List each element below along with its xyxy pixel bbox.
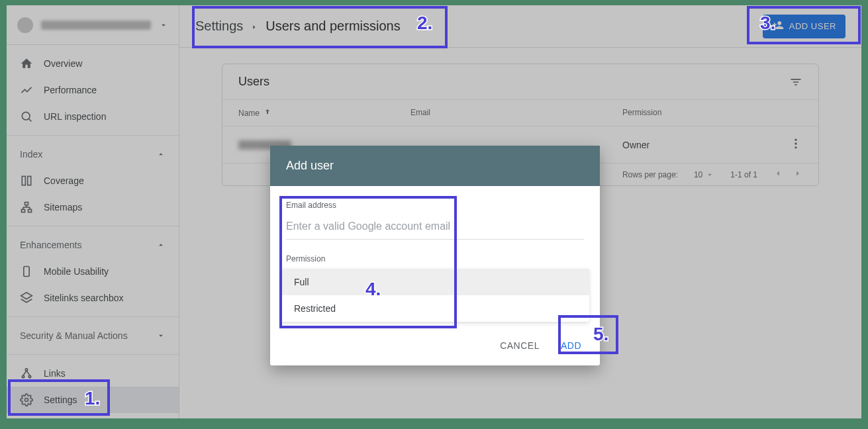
svg-line-16 bbox=[23, 371, 26, 376]
add-user-button[interactable]: ADD USER bbox=[763, 15, 845, 38]
chevron-up-icon bbox=[156, 240, 166, 250]
links-icon bbox=[20, 367, 33, 380]
rows-per-page-label: Rows per page: bbox=[622, 170, 678, 179]
sort-asc-icon bbox=[264, 108, 271, 118]
sidebar-item-label: Performance bbox=[44, 85, 97, 95]
page-range: 1-1 of 1 bbox=[730, 170, 757, 179]
sidebar-item-settings[interactable]: Settings bbox=[7, 387, 179, 413]
next-page-icon[interactable] bbox=[793, 169, 802, 180]
svg-point-14 bbox=[22, 375, 24, 377]
home-icon bbox=[20, 57, 33, 70]
svg-line-1 bbox=[29, 119, 32, 122]
svg-point-21 bbox=[795, 146, 796, 148]
sidebar-item-label: Sitelinks searchbox bbox=[44, 293, 124, 303]
permission-dropdown: Full Restricted bbox=[281, 269, 589, 322]
sidebar-group-enhancements[interactable]: Enhancements bbox=[7, 232, 179, 258]
sidebar-item-sitelinks-searchbox[interactable]: Sitelinks searchbox bbox=[7, 285, 179, 311]
chevron-down-icon bbox=[156, 331, 166, 340]
gear-icon bbox=[20, 393, 33, 406]
svg-line-17 bbox=[26, 371, 30, 376]
more-vert-icon[interactable] bbox=[789, 137, 802, 152]
breadcrumb-item-settings[interactable]: Settings bbox=[195, 19, 243, 34]
sidebar-item-coverage[interactable]: Coverage bbox=[7, 167, 179, 194]
chevron-down-icon bbox=[159, 21, 168, 30]
svg-rect-6 bbox=[28, 209, 32, 212]
sidebar-item-label: Sitemaps bbox=[44, 202, 82, 213]
mobile-icon bbox=[20, 265, 33, 278]
column-header-email[interactable]: Email bbox=[410, 108, 430, 117]
prev-page-icon[interactable] bbox=[773, 169, 783, 180]
sidebar-item-links[interactable]: Links bbox=[7, 360, 179, 387]
add-user-label: ADD USER bbox=[789, 21, 836, 31]
sidebar-item-sitemaps[interactable]: Sitemaps bbox=[7, 194, 179, 220]
sitelinks-icon bbox=[20, 291, 33, 305]
svg-rect-11 bbox=[24, 267, 29, 277]
sidebar-item-performance[interactable]: Performance bbox=[7, 77, 179, 103]
sidebar-group-title: Enhancements bbox=[20, 240, 81, 250]
user-permission: Owner bbox=[622, 140, 650, 150]
person-add-icon bbox=[772, 19, 784, 33]
permission-option-full[interactable]: Full bbox=[281, 269, 589, 295]
sidebar-item-label: Overview bbox=[44, 58, 82, 69]
sidebar-item-label: Coverage bbox=[44, 175, 84, 186]
sidebar-group-security[interactable]: Security & Manual Actions bbox=[7, 322, 179, 349]
coverage-icon bbox=[20, 174, 33, 187]
sidebar-group-title: Security & Manual Actions bbox=[20, 330, 128, 341]
svg-marker-12 bbox=[21, 293, 32, 299]
svg-point-19 bbox=[795, 139, 796, 141]
sidebar-group-title: Index bbox=[20, 149, 42, 160]
property-name-blurred bbox=[41, 21, 151, 30]
filter-icon[interactable] bbox=[789, 75, 802, 89]
svg-point-15 bbox=[28, 375, 30, 377]
add-user-dialog: Add user Email address Permission Full R… bbox=[270, 146, 600, 365]
sidebar-group-index[interactable]: Index bbox=[7, 141, 179, 167]
column-header-permission[interactable]: Permission bbox=[622, 108, 661, 117]
sidebar-item-label: Mobile Usability bbox=[44, 266, 109, 277]
breadcrumb-item-users-permissions: Users and permissions bbox=[265, 19, 400, 34]
svg-rect-3 bbox=[28, 176, 31, 185]
svg-point-18 bbox=[25, 399, 28, 402]
add-button[interactable]: ADD bbox=[558, 336, 584, 355]
svg-rect-2 bbox=[22, 176, 25, 185]
rpp-value: 10 bbox=[694, 170, 702, 179]
permission-option-restricted[interactable]: Restricted bbox=[281, 295, 589, 322]
column-header-name[interactable]: Name bbox=[238, 109, 260, 118]
chevron-right-icon bbox=[251, 19, 258, 34]
property-selector[interactable] bbox=[7, 5, 179, 45]
sidebar-item-url-inspection[interactable]: URL inspection bbox=[7, 103, 179, 130]
svg-point-0 bbox=[22, 112, 30, 120]
cancel-button[interactable]: CANCEL bbox=[497, 336, 542, 355]
sidebar-item-label: Links bbox=[44, 368, 66, 379]
sidebar-item-overview[interactable]: Overview bbox=[7, 50, 179, 77]
sitemap-icon bbox=[20, 201, 33, 214]
sidebar-item-mobile-usability[interactable]: Mobile Usability bbox=[7, 258, 179, 285]
email-input[interactable] bbox=[286, 215, 584, 240]
property-avatar bbox=[17, 17, 33, 33]
svg-rect-4 bbox=[25, 203, 28, 205]
search-icon bbox=[20, 110, 33, 123]
dialog-title: Add user bbox=[270, 146, 600, 186]
svg-rect-5 bbox=[22, 209, 25, 212]
breadcrumb: Settings Users and permissions bbox=[195, 19, 401, 34]
rows-per-page-select[interactable]: 10 bbox=[694, 170, 714, 179]
sidebar-item-label: URL inspection bbox=[44, 111, 106, 122]
chevron-up-icon bbox=[156, 150, 166, 159]
card-title: Users bbox=[238, 75, 269, 89]
trending-icon bbox=[20, 83, 33, 97]
sidebar-item-label: Settings bbox=[44, 395, 77, 405]
svg-point-13 bbox=[25, 369, 27, 371]
svg-point-20 bbox=[795, 142, 796, 144]
permission-label: Permission bbox=[286, 254, 584, 263]
email-label: Email address bbox=[286, 201, 584, 210]
